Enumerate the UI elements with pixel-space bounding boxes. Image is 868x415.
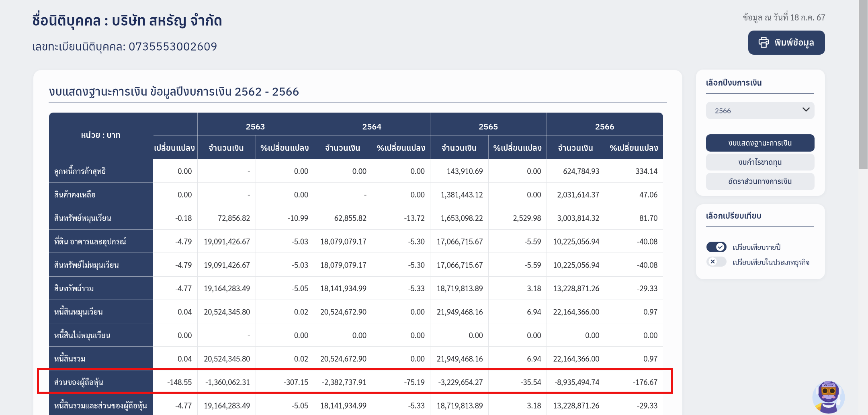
svg-text:DBD: DBD	[826, 378, 833, 382]
